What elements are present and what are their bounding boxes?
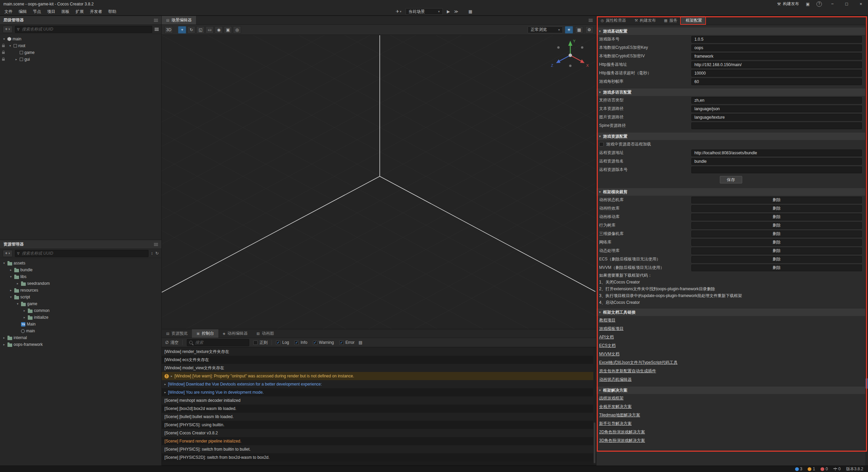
console-log-line[interactable]: [Scene] [PHYSICS]: switch from builtin t…	[162, 445, 596, 453]
scrollbar-thumb[interactable]	[866, 378, 868, 389]
step-button[interactable]: ≫	[454, 9, 458, 14]
scrollbar-thumb[interactable]	[594, 422, 595, 463]
expand-arrow-icon[interactable]: ▸	[22, 316, 26, 319]
asset-node[interactable]: ▾ assets	[0, 260, 161, 267]
console-log-line[interactable]: [Scene] Forward render pipeline initiali…	[162, 437, 596, 445]
solution-link[interactable]: 2D角色扮演游戏解决方案	[599, 429, 645, 435]
log-filter-toggle[interactable]: Log	[276, 340, 289, 345]
lock-icon[interactable]	[2, 52, 5, 54]
pivot-toggle-button[interactable]: ▣	[224, 26, 232, 34]
warning-count[interactable]: 1	[808, 467, 815, 471]
config-field-input[interactable]	[691, 44, 862, 51]
section-header-basic[interactable]: ▾ 游戏基础配置	[596, 27, 865, 35]
menu-item[interactable]: 文件	[1, 9, 16, 15]
expand-arrow-icon[interactable]: ▸	[22, 309, 26, 312]
clear-console-button[interactable]: ∅ 清空	[165, 340, 178, 346]
menu-item[interactable]: 项目	[44, 9, 58, 15]
config-field-input[interactable]	[691, 36, 862, 43]
doc-link[interactable]: MVVM文档	[599, 351, 619, 357]
expand-arrow-icon[interactable]: ▸	[2, 343, 6, 346]
expand-arrow-icon[interactable]: ▾	[16, 302, 20, 306]
section-header-language[interactable]: ▾ 游戏多语言配置	[596, 88, 865, 96]
preview-scene-dropdown[interactable]: 当前场景▾	[406, 8, 443, 15]
tab-animation-graph[interactable]: ▧ 动画图	[252, 329, 278, 338]
delete-module-button[interactable]: 删除	[691, 205, 862, 212]
assets-search-input[interactable]	[21, 251, 146, 256]
package-icon[interactable]: ▣	[806, 2, 810, 6]
log-filter-toggle[interactable]: Error	[339, 340, 355, 345]
expand-arrow-icon[interactable]: ▸	[9, 268, 13, 272]
tab-asset-preview[interactable]: ▤ 资源预览	[162, 329, 192, 338]
asset-node[interactable]: ▸ seedrandom	[0, 280, 161, 287]
asset-node[interactable]: ▾ libs	[0, 273, 161, 280]
expand-arrow-icon[interactable]: ▸	[164, 382, 166, 386]
solution-link[interactable]: 全栈开发解决方案	[599, 404, 632, 410]
delete-module-button[interactable]: 删除	[691, 256, 862, 263]
asset-node[interactable]: ▸ resources	[0, 287, 161, 294]
scale-tool-button[interactable]: ◱	[196, 26, 204, 34]
console-log-line[interactable]: [Scene] meshopt wasm decoder initialized	[162, 396, 596, 405]
doc-link[interactable]: 动画状态机编辑器	[599, 377, 632, 382]
menu-item[interactable]: 帮助	[105, 9, 119, 15]
delete-module-button[interactable]: 删除	[691, 231, 862, 237]
move-tool-button[interactable]: +	[178, 26, 186, 34]
hierarchy-node[interactable]: ▾ main	[0, 36, 161, 42]
config-field-input[interactable]	[691, 150, 862, 156]
delete-module-button[interactable]: 删除	[691, 264, 862, 271]
doc-link[interactable]: 原生包热更新配置自动生成插件	[599, 368, 656, 374]
scene-settings-button[interactable]: ⚙	[585, 26, 593, 34]
console-log-line[interactable]: [Scene] [PHYSICS2D]: switch from box2d-w…	[162, 453, 596, 461]
remote-load-checkbox[interactable]	[599, 142, 604, 146]
tab-scene-editor[interactable]: ▤ 场景编辑器	[162, 16, 196, 24]
console-log-line[interactable]: ▸ [Window] You are running Vue in develo…	[162, 388, 596, 396]
console-log-line[interactable]: [Window] model_view文件夹存在	[162, 364, 596, 372]
section-header-docs[interactable]: ▾ 框架文档工具链接	[596, 309, 865, 316]
panel-menu-icon[interactable]	[589, 19, 593, 22]
delete-module-button[interactable]: 删除	[691, 239, 862, 246]
asset-node[interactable]: main	[0, 328, 161, 334]
tab-build-publish[interactable]: ⚒ 构建发布	[630, 16, 660, 25]
hierarchy-node[interactable]: game	[0, 49, 161, 56]
sort-icon[interactable]: ↕	[151, 251, 153, 256]
save-button[interactable]: 保存	[720, 176, 742, 183]
asset-node[interactable]: ▸ common	[0, 307, 161, 314]
lock-icon[interactable]	[2, 45, 5, 47]
maximize-button[interactable]: □	[843, 1, 850, 6]
inspector-scrollbar[interactable]	[865, 25, 868, 466]
expand-arrow-icon[interactable]: ▾	[2, 37, 6, 41]
config-field-input[interactable]	[691, 158, 862, 165]
error-count[interactable]: 0	[821, 467, 828, 471]
regex-toggle[interactable]: 正则	[253, 340, 268, 346]
config-field-input[interactable]	[691, 53, 862, 60]
console-log-line[interactable]: [Window] ecs文件夹存在	[162, 356, 596, 364]
tab-console[interactable]: ▣ 控制台	[192, 329, 218, 338]
config-field-input[interactable]	[691, 114, 862, 121]
console-log-line[interactable]: ▸ [Window] Download the Vue Devtools ext…	[162, 380, 596, 388]
space-toggle-button[interactable]: ◎	[233, 26, 241, 34]
asset-node[interactable]: ▸ internal	[0, 334, 161, 341]
console-log-line[interactable]: [Scene] Cocos Creator v3.8.2	[162, 429, 596, 437]
expand-arrow-icon[interactable]: ▸	[171, 374, 173, 378]
help-icon[interactable]: ?	[816, 1, 822, 7]
refresh-icon[interactable]: ↻	[155, 251, 159, 256]
doc-link[interactable]: 教程项目	[599, 317, 615, 323]
expand-arrow-icon[interactable]: ▸	[2, 336, 6, 339]
log-filter-toggle[interactable]: Warning	[313, 340, 334, 345]
console-log-line[interactable]: [Scene] [box2d]:box2d wasm lib loaded.	[162, 405, 596, 413]
config-field-input[interactable]	[691, 61, 862, 68]
log-filter-toggle[interactable]: Info	[294, 340, 307, 345]
hierarchy-node[interactable]: ▸ gui	[0, 56, 161, 63]
close-button[interactable]: ×	[857, 1, 865, 6]
doc-link[interactable]: Excel格式转Json文件与TypeScript代码工具	[599, 360, 677, 366]
console-log-line[interactable]: [Scene] [PHYSICS]: using builtin.	[162, 421, 596, 429]
expand-arrow-icon[interactable]: ▾	[9, 275, 13, 278]
doc-link[interactable]: API文档	[599, 334, 614, 340]
console-log-line[interactable]: ! ▸ [Window] [Vue warn]: Property "onInp…	[162, 372, 596, 380]
view-mode-dropdown[interactable]: 正常浏览▾	[528, 26, 563, 33]
solution-link[interactable]: 战棋游戏框架	[599, 395, 624, 401]
expand-arrow-icon[interactable]: ▸	[14, 58, 18, 61]
scene-viewport[interactable]: Y X Z	[162, 35, 596, 329]
config-field-input[interactable]	[691, 78, 862, 85]
build-publish-button[interactable]: ⚒ 构建发布	[777, 1, 799, 7]
preview-target-icon[interactable]: ✈▾	[396, 9, 401, 14]
